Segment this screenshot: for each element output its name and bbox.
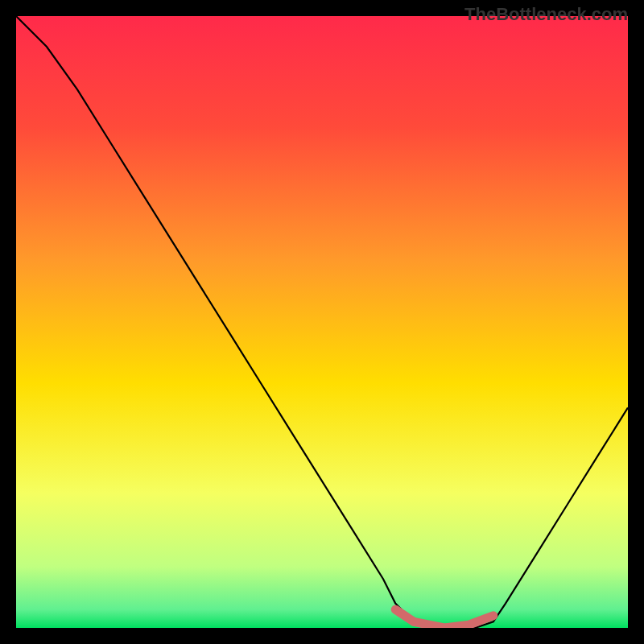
- attribution-text: TheBottleneck.com: [464, 4, 628, 25]
- chart-svg: [16, 16, 628, 628]
- chart-area: [16, 16, 628, 628]
- gradient-background: [16, 16, 628, 628]
